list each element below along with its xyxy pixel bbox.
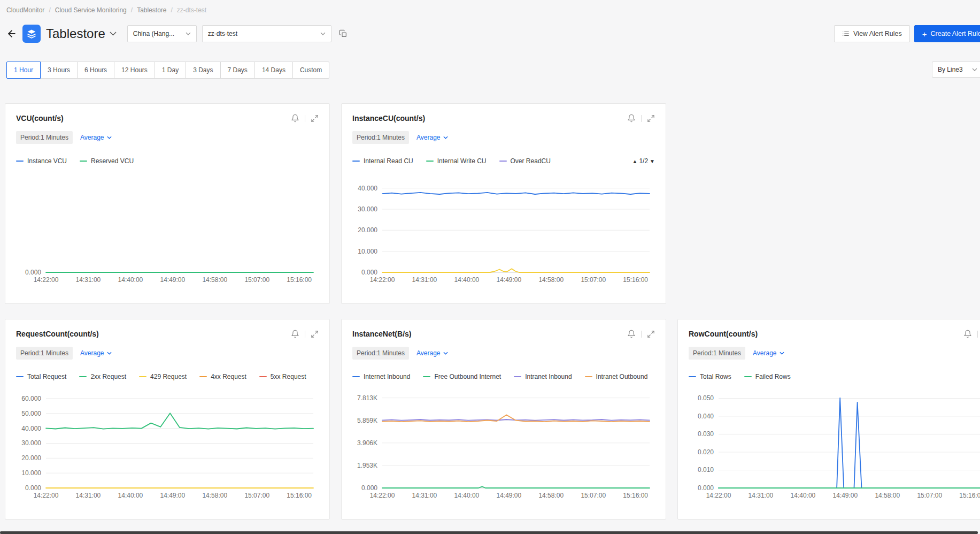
svg-text:0.030: 0.030: [698, 430, 714, 438]
breadcrumb-separator: /: [49, 6, 50, 14]
title-chevron-down-icon[interactable]: [110, 32, 117, 36]
svg-text:14:22:00: 14:22:00: [370, 276, 395, 284]
aggregation-select[interactable]: Average: [416, 349, 447, 357]
chart-title: RowCount(count/s): [689, 330, 758, 338]
legend-item[interactable]: Total Rows: [689, 373, 731, 380]
divider: [641, 331, 642, 338]
back-button[interactable]: [6, 28, 17, 39]
line-chart[interactable]: 0.00014:22:0014:31:0014:40:0014:49:0014:…: [16, 170, 319, 303]
line-chart[interactable]: 0.00010.00020.00030.00040.00050.00060.00…: [16, 386, 319, 519]
legend-color-dash: [514, 376, 521, 378]
legend-item[interactable]: Free Outbound Internet: [423, 373, 501, 380]
svg-text:14:49:00: 14:49:00: [496, 492, 521, 499]
legend: Total RowsFailed Rows: [689, 373, 791, 380]
legend-item[interactable]: Intranet Outbound: [585, 373, 648, 380]
legend-item[interactable]: 2xx Request: [79, 373, 126, 380]
time-range-tab-7-days[interactable]: 7 Days: [220, 62, 255, 79]
svg-text:40.000: 40.000: [358, 185, 377, 192]
expand-icon[interactable]: [647, 115, 655, 123]
line-chart[interactable]: 0.00010.00020.00030.00040.00014:22:0014:…: [352, 170, 655, 303]
time-range-tab-1-hour[interactable]: 1 Hour: [6, 62, 41, 79]
time-range-tab-3-hours[interactable]: 3 Hours: [40, 62, 78, 79]
legend-item[interactable]: Internet Inbound: [352, 373, 410, 380]
legend-color-dash: [352, 161, 360, 162]
alert-bell-icon[interactable]: [291, 330, 299, 338]
alert-bell-icon[interactable]: [963, 330, 972, 338]
legend-color-dash: [585, 376, 592, 378]
instance-select-value: zz-dts-test: [208, 30, 237, 37]
time-range-tab-1-day[interactable]: 1 Day: [155, 62, 186, 79]
legend-color-dash: [79, 376, 87, 378]
legend-pager: ▲ 1/2 ▼: [632, 157, 655, 165]
layout-select[interactable]: By Line3: [932, 62, 980, 78]
chart-card-instancecu: InstanceCU(count/s) Period:1 Minutes Ave…: [341, 103, 666, 304]
breadcrumb-item: zz-dts-test: [177, 6, 206, 14]
legend-item[interactable]: Internal Read CU: [352, 157, 413, 165]
region-select[interactable]: China (Hang...: [127, 25, 197, 42]
period-badge: Period:1 Minutes: [16, 347, 73, 360]
line-chart[interactable]: 0.0000.0100.0200.0300.0400.05014:22:0014…: [689, 386, 980, 519]
legend-item[interactable]: Internal Write CU: [426, 157, 487, 165]
svg-text:14:58:00: 14:58:00: [202, 276, 227, 284]
arrow-left-icon: [6, 28, 17, 39]
svg-text:60.000: 60.000: [21, 395, 41, 402]
chart-card-rowcount: RowCount(count/s) Period:1 Minutes Avera…: [677, 319, 980, 520]
time-range-tab-custom[interactable]: Custom: [292, 62, 329, 79]
divider: [977, 331, 978, 338]
expand-icon[interactable]: [311, 330, 319, 338]
toolbar: 1 Hour3 Hours6 Hours12 Hours1 Day3 Days7…: [6, 62, 980, 79]
line-chart[interactable]: 0.0001.953K3.906K5.859K7.813K14:22:0014:…: [352, 386, 655, 519]
aggregation-select[interactable]: Average: [416, 134, 447, 141]
breadcrumb-item[interactable]: CloudMonitor: [6, 6, 44, 14]
legend-page-down-icon[interactable]: ▼: [650, 158, 655, 164]
divider: [641, 115, 642, 122]
period-badge: Period:1 Minutes: [352, 131, 409, 144]
legend-label: Instance VCU: [27, 157, 67, 165]
create-alert-rule-button[interactable]: + Create Alert Rule: [914, 25, 980, 42]
chevron-down-icon: [320, 32, 326, 35]
view-alert-rules-button[interactable]: View Alert Rules: [834, 25, 910, 42]
legend-page-up-icon[interactable]: ▲: [632, 158, 638, 164]
legend-item[interactable]: Over ReadCU: [499, 157, 551, 165]
time-range-tab-14-days[interactable]: 14 Days: [254, 62, 293, 79]
expand-icon[interactable]: [647, 330, 655, 338]
breadcrumb-item[interactable]: Cloud Service Monitoring: [55, 6, 127, 14]
aggregation-select[interactable]: Average: [80, 349, 111, 357]
svg-text:14:58:00: 14:58:00: [538, 492, 564, 499]
legend-item[interactable]: Instance VCU: [16, 157, 67, 165]
chart-card-instancenet: InstanceNet(B/s) Period:1 Minutes Averag…: [341, 319, 666, 520]
time-range-tab-12-hours[interactable]: 12 Hours: [114, 62, 155, 79]
legend-color-dash: [426, 161, 434, 162]
legend-color-dash: [259, 376, 267, 378]
legend-item[interactable]: 4xx Request: [199, 373, 246, 380]
layout-select-value: By Line3: [938, 66, 963, 73]
instance-select[interactable]: zz-dts-test: [202, 25, 331, 42]
copy-icon[interactable]: [339, 29, 348, 38]
legend-label: Intranet Outbound: [596, 373, 648, 380]
legend-item[interactable]: Intranet Inbound: [514, 373, 572, 380]
legend-item[interactable]: 429 Request: [139, 373, 187, 380]
expand-icon[interactable]: [311, 115, 319, 123]
time-range-tab-3-days[interactable]: 3 Days: [186, 62, 220, 79]
horizontal-scrollbar[interactable]: [0, 531, 978, 534]
legend-item[interactable]: Reserved VCU: [80, 157, 134, 165]
aggregation-select[interactable]: Average: [753, 349, 784, 357]
legend-item[interactable]: Failed Rows: [744, 373, 791, 380]
legend: Internal Read CUInternal Write CUOver Re…: [352, 157, 551, 165]
legend-color-dash: [199, 376, 207, 378]
breadcrumb-item[interactable]: Tablestore: [137, 6, 166, 14]
alert-bell-icon[interactable]: [627, 114, 636, 123]
legend: Internet InboundFree Outbound InternetIn…: [352, 373, 647, 380]
legend-label: Reserved VCU: [91, 157, 134, 165]
legend-item[interactable]: 5xx Request: [259, 373, 306, 380]
aggregation-select[interactable]: Average: [80, 134, 111, 141]
chevron-down-icon: [186, 32, 191, 35]
header-actions: View Alert Rules + Create Alert Rule: [834, 25, 980, 42]
legend-item[interactable]: Total Request: [16, 373, 66, 380]
alert-bell-icon[interactable]: [627, 330, 636, 338]
legend-page-indicator: 1/2: [639, 157, 648, 165]
svg-text:15:07:00: 15:07:00: [581, 276, 606, 284]
time-range-tab-6-hours[interactable]: 6 Hours: [77, 62, 114, 79]
alert-bell-icon[interactable]: [291, 114, 299, 123]
legend-label: 4xx Request: [211, 373, 246, 380]
